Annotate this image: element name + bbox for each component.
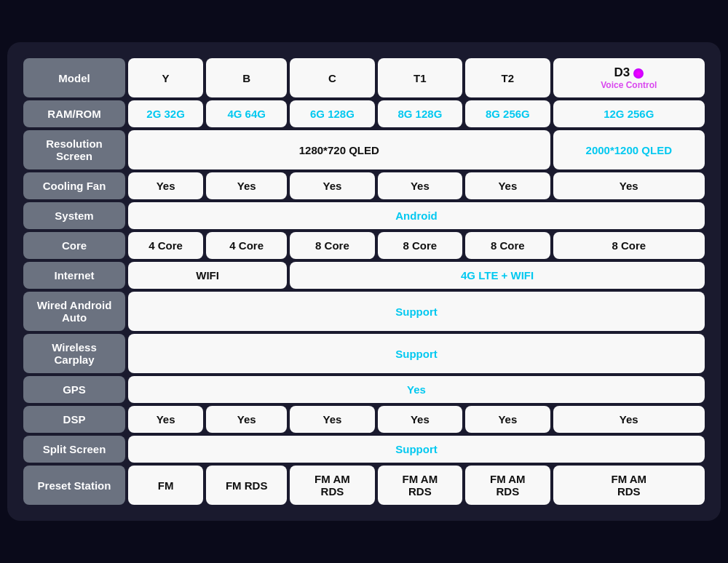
cell-split-screen-0: Support (128, 436, 705, 463)
cell-internet-1: 4G LTE + WIFI (290, 262, 705, 289)
cell-model-0: Y (128, 58, 203, 97)
cell-core-3: 8 Core (378, 232, 462, 259)
cell-cooling-4: Yes (465, 172, 550, 199)
cell-dsp-4: Yes (465, 406, 550, 433)
cell-dsp-0: Yes (128, 406, 203, 433)
header-cooling: Cooling Fan (23, 172, 125, 199)
cell-ram-3: 8G 128G (378, 100, 462, 127)
cell-model-5: D3 Voice Control (553, 58, 705, 97)
header-gps: GPS (23, 376, 125, 403)
cell-wired-android-0: Support (128, 292, 705, 331)
cell-model-2: C (290, 58, 374, 97)
cell-cooling-2: Yes (290, 172, 374, 199)
cell-gps-0: Yes (128, 376, 705, 403)
header-internet: Internet (23, 262, 125, 289)
cell-preset-station-5: FM AM RDS (553, 466, 705, 505)
header-ram: RAM/ROM (23, 100, 125, 127)
cell-preset-station-4: FM AM RDS (465, 466, 550, 505)
header-preset-station: Preset Station (23, 466, 125, 505)
cell-model-1: B (206, 58, 287, 97)
cell-core-2: 8 Core (290, 232, 374, 259)
header-wireless-carplay: Wireless Carplay (23, 334, 125, 373)
cell-internet-0: WIFI (128, 262, 287, 289)
comparison-table: ModelYBCT1T2D3 Voice ControlRAM/ROM2G 32… (20, 55, 708, 508)
cell-dsp-1: Yes (206, 406, 287, 433)
cell-cooling-0: Yes (128, 172, 203, 199)
cell-ram-1: 4G 64G (206, 100, 287, 127)
cell-cooling-1: Yes (206, 172, 287, 199)
cell-resolution-0: 1280*720 QLED (128, 130, 550, 169)
cell-core-1: 4 Core (206, 232, 287, 259)
header-split-screen: Split Screen (23, 436, 125, 463)
header-model: Model (23, 58, 125, 97)
header-wired-android: Wired Android Auto (23, 292, 125, 331)
cell-preset-station-0: FM (128, 466, 203, 505)
cell-core-4: 8 Core (465, 232, 550, 259)
table-wrap: ModelYBCT1T2D3 Voice ControlRAM/ROM2G 32… (20, 55, 708, 508)
cell-model-3: T1 (378, 58, 462, 97)
header-system: System (23, 202, 125, 229)
cell-core-5: 8 Core (553, 232, 705, 259)
cell-ram-2: 6G 128G (290, 100, 374, 127)
cell-system-0: Android (128, 202, 705, 229)
cell-ram-4: 8G 256G (465, 100, 550, 127)
cell-preset-station-2: FM AM RDS (290, 466, 374, 505)
cell-dsp-5: Yes (553, 406, 705, 433)
cell-ram-0: 2G 32G (128, 100, 203, 127)
header-dsp: DSP (23, 406, 125, 433)
cell-model-4: T2 (465, 58, 550, 97)
cell-cooling-5: Yes (553, 172, 705, 199)
cell-preset-station-3: FM AM RDS (378, 466, 462, 505)
comparison-table-outer: ModelYBCT1T2D3 Voice ControlRAM/ROM2G 32… (7, 42, 721, 521)
cell-core-0: 4 Core (128, 232, 203, 259)
cell-dsp-3: Yes (378, 406, 462, 433)
header-resolution: Resolution Screen (23, 130, 125, 169)
cell-resolution-1: 2000*1200 QLED (553, 130, 705, 169)
cell-dsp-2: Yes (290, 406, 374, 433)
cell-wireless-carplay-0: Support (128, 334, 705, 373)
cell-cooling-3: Yes (378, 172, 462, 199)
header-core: Core (23, 232, 125, 259)
cell-preset-station-1: FM RDS (206, 466, 287, 505)
cell-ram-5: 12G 256G (553, 100, 705, 127)
